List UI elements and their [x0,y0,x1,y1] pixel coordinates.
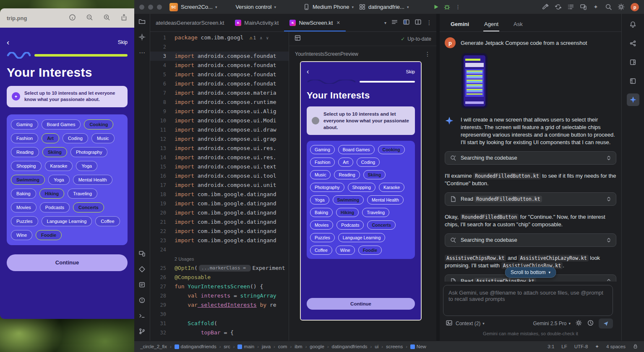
gemini-input[interactable] [443,285,613,316]
context-selector[interactable]: Context (2) ▾ [456,321,485,326]
editor-tab[interactable]: KMainActivity.kt [229,14,284,31]
breadcrumb-item[interactable]: datingandfriends [332,344,368,349]
interest-chip[interactable]: Cooking [378,145,405,154]
preview-phone-frame[interactable]: ‹ Skip Your Interests [300,61,422,321]
ai-status-icon[interactable]: ✦ [595,344,599,349]
interest-chip[interactable]: Coffee [310,246,332,255]
interest-chip[interactable]: Skiing [42,147,67,157]
expand-icon[interactable] [606,278,611,282]
skip-button[interactable]: Skip [406,69,415,74]
view-list-icon[interactable] [391,18,398,27]
interest-chip[interactable]: Hiking [39,189,65,199]
expand-icon[interactable] [606,196,611,202]
code-line[interactable]: 5import androidx.compose.foundat [150,70,289,79]
code-line[interactable]: 19import com.ibm.google.datingand [150,199,289,208]
skip-button[interactable]: Skip [118,39,128,45]
continue-button[interactable]: Continue [7,254,128,271]
split-editor-icon[interactable] [415,18,422,27]
share-icon[interactable] [120,14,128,23]
sync-project-icon[interactable] [553,2,563,13]
code-line[interactable]: 27fun YourInterestsScreen() { [150,282,289,291]
interest-chip[interactable]: Concerts [367,220,396,230]
logcat-icon[interactable] [138,281,146,290]
usages-hint[interactable]: 2 Usages [175,256,194,261]
panel-divider[interactable] [436,14,440,341]
code-line[interactable]: 24 [150,245,289,254]
interest-chip[interactable]: Baking [11,189,36,199]
attach-image-icon[interactable] [446,319,453,328]
device-explorer-icon[interactable] [627,37,639,49]
resource-manager-icon[interactable] [627,75,639,87]
task-list-icon[interactable] [565,2,576,13]
device-manager-icon[interactable] [578,2,589,13]
interest-chip[interactable]: Traveling [362,208,389,217]
breadcrumb-item[interactable]: ibm [295,344,302,349]
interest-chip[interactable]: Baking [310,208,333,217]
interest-chip[interactable]: Gaming [11,119,38,129]
breadcrumb-item[interactable]: ui [375,344,378,349]
code-line[interactable]: 8import androidx.compose.runtime [150,98,289,107]
preview-more-icon[interactable]: ⋮ [425,51,430,57]
code-line[interactable]: 4import androidx.compose.foundat [150,61,289,70]
code-line[interactable]: 3import androidx.compose.foundat [150,52,289,61]
window-zoom-icon[interactable] [157,5,162,10]
interest-chip[interactable]: Board Games [338,145,375,154]
interest-chip[interactable]: Board Games [42,119,81,129]
tab-ask[interactable]: Ask [514,21,523,31]
interest-chip[interactable]: Yoga [48,175,70,185]
code-line[interactable]: 20import com.ibm.google.datingand [150,208,289,217]
interest-chip[interactable]: Karaoke [45,161,73,171]
run-button[interactable] [430,2,441,13]
interest-chip[interactable]: Traveling [68,189,97,199]
interest-chip[interactable]: Fashion [11,133,38,143]
run-configuration-selector[interactable]: datingandfrie... ▾ [359,3,409,10]
code-line[interactable]: 15import androidx.compose.ui.text [150,162,289,171]
interest-chip[interactable]: Movies [11,202,37,212]
indent-setting[interactable]: 4 spaces [606,344,626,349]
code-line[interactable]: 30 [150,310,289,319]
send-button[interactable] [599,318,613,329]
continue-button[interactable]: Continue [307,298,415,310]
back-icon[interactable]: ‹ [307,68,309,75]
interest-chip[interactable]: Yoga [310,195,329,204]
more-actions-icon[interactable]: ⋮ [452,2,463,13]
line-ending[interactable]: LF [561,344,567,349]
window-minimize-icon[interactable] [148,5,153,10]
interest-chip[interactable]: Karaoke [379,183,404,192]
breadcrumb-item[interactable]: src [224,344,230,349]
breadcrumb-item[interactable]: com [278,344,287,349]
ai-actions-icon[interactable]: ✦ [590,2,601,13]
code-line[interactable]: 2 Usages [150,254,289,264]
interest-chip[interactable]: Music [310,170,331,179]
code-line[interactable]: 14import androidx.compose.ui.res. [150,153,289,162]
build-icon[interactable] [540,2,551,13]
interest-chip[interactable]: Language Learning [42,216,92,226]
interest-chip[interactable]: Swimming [11,175,45,185]
interest-chip[interactable]: Podcasts [40,202,70,212]
interest-chip[interactable]: Swimming [333,195,364,204]
project-selector[interactable]: Screen2Co... ▾ [181,4,217,10]
code-line[interactable]: 1package com.ibm.googl⚠1∧∨ [150,33,289,42]
interest-chip[interactable]: Hiking [336,208,359,217]
interest-chip[interactable]: Photography [70,147,107,157]
screenshot-thumbnail[interactable] [461,53,488,109]
caret-position[interactable]: 3:1 [548,344,554,349]
lock-icon[interactable] [633,344,638,350]
build-variants-icon[interactable] [138,266,146,274]
info-icon[interactable] [69,14,76,23]
running-devices-icon[interactable] [138,250,146,259]
project-tool-icon[interactable] [138,18,146,27]
code-editor[interactable]: 1package com.ibm.googl⚠1∧∨23import andro… [150,32,289,341]
interest-chip[interactable]: Fashion [310,158,335,167]
breadcrumb-item[interactable]: _circle_2_fix [140,344,167,349]
interest-chip[interactable]: Movies [310,220,333,230]
device-selector[interactable]: Medium Phone ▾ [303,3,354,10]
code-line[interactable]: 25@OptIn(...markerClass = Experiment [150,264,289,273]
expand-icon[interactable] [606,155,611,161]
more-tools-icon[interactable]: ⋯ [139,49,145,57]
layout-inspector-icon[interactable] [627,56,639,68]
breadcrumb-item[interactable]: screens [386,344,403,349]
code-line[interactable]: 22import com.ibm.google.datingand [150,227,289,236]
interest-chip[interactable]: Reading [334,170,360,179]
chat-area[interactable]: p Generate Jetpack Compose code from a s… [440,32,621,282]
